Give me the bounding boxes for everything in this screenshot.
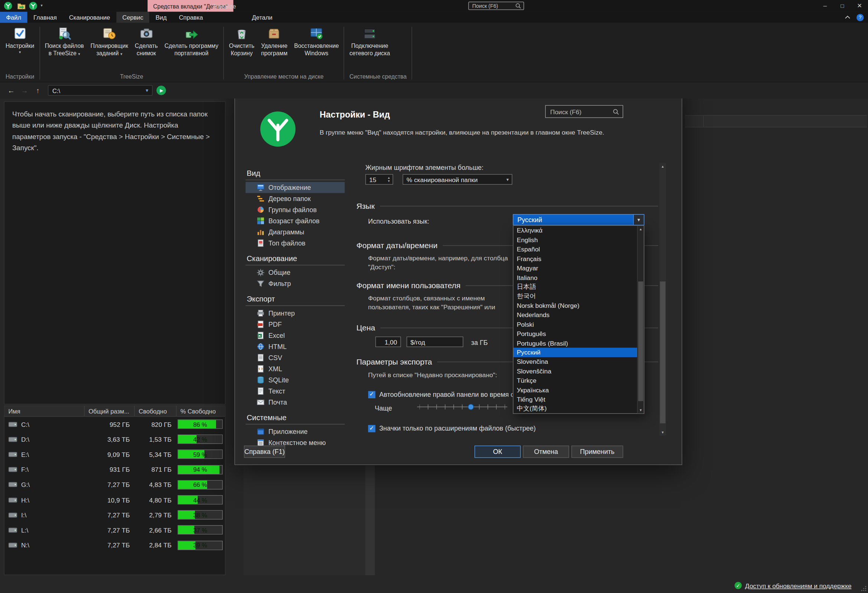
drive-row[interactable]: D:\3,63 ТБ1,53 ТБ42 % xyxy=(4,432,225,447)
language-option[interactable]: Русский xyxy=(514,347,637,357)
language-option[interactable]: Slovenčina xyxy=(514,357,637,366)
menu-tab-help[interactable]: Справка xyxy=(173,12,209,23)
ribbon-button-empty-recycle-bin[interactable]: ОчиститьКорзину xyxy=(226,24,258,56)
resize-grip[interactable] xyxy=(861,586,867,592)
collapse-ribbon-icon[interactable] xyxy=(845,16,850,19)
quick-access-app-icon[interactable] xyxy=(29,2,37,10)
menu-tab-view[interactable]: Вид xyxy=(150,12,173,23)
column-header-pct-free[interactable]: % Свободно xyxy=(177,406,224,416)
settings-nav-item-export-csv[interactable]: CSV xyxy=(246,352,345,363)
forward-button[interactable]: → xyxy=(18,87,31,95)
ribbon-button-snapshot[interactable]: Сделатьснимок xyxy=(131,24,161,56)
details-scrollbar-fragment[interactable] xyxy=(365,466,375,575)
menu-tab-details[interactable]: Детали xyxy=(246,12,279,23)
path-combobox[interactable]: C:\ ▼ xyxy=(48,85,153,96)
language-option[interactable]: Norsk bokmål (Norge) xyxy=(514,301,637,310)
close-button[interactable]: ✕ xyxy=(851,0,868,12)
menu-tab-tools[interactable]: Сервис xyxy=(116,12,150,23)
ribbon-button-windows-restore[interactable]: ВосстановлениеWindows xyxy=(291,24,342,56)
scrollbar-thumb[interactable] xyxy=(638,281,644,401)
back-button[interactable]: ← xyxy=(4,87,18,95)
menu-tab-file[interactable]: Файл xyxy=(0,12,28,23)
up-button[interactable]: ↑ xyxy=(31,87,44,95)
ribbon-button-portable[interactable]: Сделать программупортативной xyxy=(161,24,221,56)
checkbox-checked-icon[interactable] xyxy=(368,425,376,432)
settings-nav-item-scan-filter[interactable]: Фильтр xyxy=(246,278,345,289)
price-input[interactable]: 1,00 xyxy=(375,337,401,347)
settings-nav-item-display[interactable]: Отображение xyxy=(246,182,345,193)
ribbon-button-map-network-drive[interactable]: Подключениесетевого диска xyxy=(346,24,393,56)
minimize-button[interactable]: ─ xyxy=(816,0,834,12)
bold-items-spinner[interactable]: 15 ▲▼ xyxy=(365,174,393,185)
language-option[interactable]: Magyar xyxy=(514,263,637,272)
bold-items-unit-dropdown[interactable]: % сканированной папки ▼ xyxy=(403,174,513,185)
dropdown-scrollbar[interactable]: ▲ ▼ xyxy=(637,226,644,413)
settings-nav-item-export-text[interactable]: Текст xyxy=(246,386,345,397)
ribbon-button-scheduler[interactable]: Планировщикзаданий▾ xyxy=(87,24,131,56)
language-option[interactable]: 한국어 xyxy=(514,291,637,301)
checkbox-checked-icon[interactable] xyxy=(368,391,376,398)
settings-nav-item-file-age[interactable]: Возраст файлов xyxy=(246,215,345,227)
drive-row[interactable]: F:\931 ГБ871 ГБ94 % xyxy=(4,462,225,477)
settings-nav-item-charts[interactable]: Диаграммы xyxy=(246,227,345,238)
scroll-down-icon[interactable]: ▼ xyxy=(659,429,666,436)
settings-nav-item-sys-application[interactable]: Приложение xyxy=(246,426,345,437)
settings-nav-item-export-html[interactable]: HTML xyxy=(246,341,345,352)
language-option[interactable]: Português (Brasil) xyxy=(514,338,637,347)
updates-support-link[interactable]: ✓ Доступ к обновлениям и поддержке xyxy=(734,582,851,589)
language-option[interactable]: Français xyxy=(514,254,637,263)
ribbon-button-uninstall-programs[interactable]: Удалениепрограмм xyxy=(258,24,291,56)
drive-row[interactable]: E:\9,09 ТБ5,34 ТБ59 % xyxy=(4,447,225,462)
column-header-free[interactable]: Свободно xyxy=(135,406,177,416)
settings-nav-item-export-pdf[interactable]: PDF xyxy=(246,319,345,330)
chevron-down-icon[interactable]: ▼ xyxy=(633,215,644,225)
scroll-up-icon[interactable]: ▲ xyxy=(659,163,666,170)
column-header-name[interactable]: Имя xyxy=(4,406,85,416)
drive-row[interactable]: N:\7,27 ТБ2,84 ТБ39 % xyxy=(4,538,225,553)
column-header-total[interactable]: Общий разм... xyxy=(85,406,135,416)
language-option[interactable]: Ελληνικά xyxy=(514,226,637,235)
settings-nav-item-export-excel[interactable]: Excel xyxy=(246,330,345,341)
settings-search[interactable]: Поиск (F6) xyxy=(545,105,623,118)
start-scan-button[interactable]: ▶ xyxy=(156,86,166,95)
language-option[interactable]: Polski xyxy=(514,320,637,329)
icons-by-extension-checkbox-row[interactable]: Значки только по расширениям файлов (быс… xyxy=(368,425,536,433)
help-button[interactable]: Справка (F1) xyxy=(244,446,285,458)
settings-nav-item-export-printer[interactable]: Принтер xyxy=(246,308,345,319)
language-option[interactable]: Nederlands xyxy=(514,310,637,319)
settings-nav-item-scan-general[interactable]: Общие xyxy=(246,267,345,278)
apply-button[interactable]: Применить xyxy=(571,446,623,458)
language-option[interactable]: Português xyxy=(514,329,637,338)
language-option[interactable]: Tiếng Việt xyxy=(514,394,637,404)
settings-nav-item-folder-tree[interactable]: Дерево папок xyxy=(246,193,345,205)
quick-access-chevron-icon[interactable]: ▾ xyxy=(41,3,43,8)
language-combobox[interactable]: Русский ▼ xyxy=(513,214,645,225)
spinner-arrows-icon[interactable]: ▲▼ xyxy=(387,176,390,183)
language-option[interactable]: Italiano xyxy=(514,272,637,282)
settings-nav-item-file-groups[interactable]: Группы файлов xyxy=(246,205,345,215)
language-option[interactable]: English xyxy=(514,235,637,244)
autorefresh-checkbox-row[interactable]: Автообновление правой панели во время с xyxy=(368,390,513,398)
drive-row[interactable]: I:\7,27 ТБ2,79 ТБ38 % xyxy=(4,507,225,522)
titlebar-search[interactable]: Поиск (F6) xyxy=(468,2,524,10)
ribbon-button-file-search[interactable]: Поиск файловв TreeSize▾ xyxy=(41,24,87,56)
quick-access-scan-icon[interactable] xyxy=(18,2,26,10)
language-option[interactable]: 日本語 xyxy=(514,282,637,291)
language-option[interactable]: 中文(简体) xyxy=(514,404,637,413)
cancel-button[interactable]: Отмена xyxy=(523,446,570,458)
slider-thumb[interactable] xyxy=(468,404,474,410)
settings-nav-item-export-sqlite[interactable]: SQLite xyxy=(246,375,345,386)
drive-row[interactable]: G:\7,27 ТБ4,83 ТБ66 % xyxy=(4,477,225,493)
settings-nav-item-export-xml[interactable]: XML xyxy=(246,363,345,375)
ok-button[interactable]: ОК xyxy=(474,446,521,458)
menu-tab-scan[interactable]: Сканирование xyxy=(63,12,116,23)
language-option[interactable]: Slovenščina xyxy=(514,366,637,376)
drive-row[interactable]: H:\10,9 ТБ4,80 ТБ44 % xyxy=(4,492,225,507)
settings-nav-item-export-mail[interactable]: Почта xyxy=(246,397,345,408)
help-icon[interactable]: ? xyxy=(856,14,864,21)
scroll-up-icon[interactable]: ▲ xyxy=(638,226,644,232)
drive-row[interactable]: C:\952 ГБ820 ГБ86 % xyxy=(4,417,225,432)
ribbon-button-settings[interactable]: Настройки▾ xyxy=(2,24,37,54)
refresh-frequency-slider[interactable] xyxy=(417,403,508,411)
maximize-button[interactable]: □ xyxy=(834,0,851,12)
